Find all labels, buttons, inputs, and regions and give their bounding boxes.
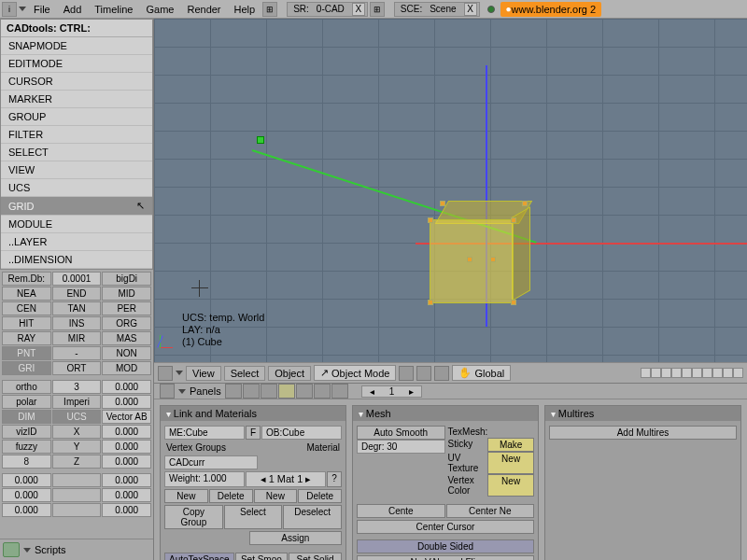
snap-tan[interactable]: TAN (52, 301, 102, 315)
cad-item-filter[interactable]: FILTER (1, 126, 152, 144)
coord-cell[interactable]: Y (52, 440, 102, 454)
close-icon[interactable]: X (464, 3, 477, 16)
object-menu[interactable]: Object (268, 366, 311, 381)
cad-item-layer[interactable]: ..LAYER (1, 233, 152, 251)
menu-add[interactable]: Add (58, 2, 88, 17)
remdb-value[interactable]: 0.0001 (52, 272, 102, 286)
center-new-button[interactable]: Center Ne (446, 504, 535, 518)
snap--[interactable]: - (52, 346, 102, 360)
dropdown-icon[interactable] (19, 7, 26, 11)
object-name-field[interactable]: OB:Cube (261, 426, 342, 440)
cube-object[interactable] (425, 201, 528, 303)
scene-icon[interactable]: ⊞ (370, 2, 385, 17)
coord-cell[interactable]: Vector AB (102, 410, 151, 424)
snap-per[interactable]: PER (102, 301, 151, 315)
double-sided-button[interactable]: Double Sided (357, 539, 534, 553)
coord-cell[interactable]: Z (52, 455, 102, 469)
new-uv-button[interactable]: New (487, 452, 534, 474)
coord-cell[interactable]: 0.000 (102, 380, 151, 394)
mat-delete-button[interactable]: Delete (298, 489, 342, 503)
menu-help[interactable]: Help (229, 2, 261, 17)
coord-cell[interactable]: Imperi (52, 395, 102, 409)
coord-cell[interactable] (52, 473, 102, 487)
view-menu[interactable]: View (186, 366, 221, 381)
mat-new-button[interactable]: New (254, 489, 298, 503)
viewport-type-icon[interactable] (158, 366, 173, 381)
make-sticky-button[interactable]: Make (487, 438, 534, 452)
coord-cell[interactable]: 0.000 (2, 473, 51, 487)
vgroup-field[interactable]: CADcurr (164, 455, 258, 469)
cad-item-dimension[interactable]: ..DIMENSION (1, 251, 152, 269)
snap-non[interactable]: NON (102, 346, 151, 360)
info-icon[interactable]: i (2, 2, 17, 17)
center-cursor-button[interactable]: Center Cursor (357, 520, 534, 534)
cad-item-ucs[interactable]: UCS (1, 179, 152, 197)
context-tabs[interactable] (225, 384, 348, 399)
menu-file[interactable]: File (28, 2, 56, 17)
auto-smooth-button[interactable]: Auto Smooth (357, 426, 445, 440)
close-icon[interactable]: X (352, 3, 365, 16)
screen-selector[interactable]: SR:0-CAD X (287, 2, 368, 17)
snap-ray[interactable]: RAY (2, 331, 51, 345)
autotexspace-button[interactable]: AutoTexSpace (164, 553, 234, 560)
coord-cell[interactable]: 3 (52, 380, 102, 394)
menu-game[interactable]: Game (140, 2, 179, 17)
coord-cell[interactable]: 0.000 (102, 503, 151, 517)
snap-pnt[interactable]: PNT (2, 346, 51, 360)
python-icon[interactable] (3, 542, 20, 557)
snap-mod[interactable]: MOD (102, 361, 151, 375)
pivot-icon[interactable] (416, 366, 431, 381)
coord-cell[interactable]: vizID (2, 425, 51, 439)
snap-nea[interactable]: NEA (2, 287, 51, 301)
shading-icon[interactable] (399, 366, 414, 381)
dropdown-icon[interactable] (23, 548, 31, 553)
cad-item-select[interactable]: SELECT (1, 144, 152, 161)
coord-cell[interactable]: 0.000 (102, 395, 151, 409)
coord-cell[interactable]: X (52, 425, 102, 439)
coord-cell[interactable]: DIM (2, 410, 51, 424)
add-multires-button[interactable]: Add Multires (549, 426, 737, 440)
vgroup-delete-button[interactable]: Delete (209, 489, 253, 503)
coord-cell[interactable]: ortho (2, 380, 51, 394)
mesh-name-field[interactable]: ME:Cube (164, 426, 245, 440)
mat-deselect-button[interactable]: Deselect (283, 505, 342, 529)
coord-cell[interactable]: fuzzy (2, 440, 51, 454)
dropdown-icon[interactable] (178, 389, 186, 394)
cad-item-group[interactable]: GROUP (1, 108, 152, 126)
cad-item-marker[interactable]: MARKER (1, 91, 152, 108)
mode-selector[interactable]: ↗ Object Mode (314, 365, 396, 381)
cad-item-cursor[interactable]: CURSOR (1, 73, 152, 91)
weight-field[interactable]: Weight: 1.000 (164, 471, 245, 487)
coord-cell[interactable]: 0.000 (102, 473, 151, 487)
vgroup-new-button[interactable]: New (164, 489, 208, 503)
3d-viewport[interactable]: UCS: temp. WorldLAY: n/a(1) Cube (154, 19, 747, 362)
degr-field[interactable]: Degr: 30 (357, 440, 445, 454)
snap-cen[interactable]: CEN (2, 301, 51, 315)
screen-icon[interactable]: ⊞ (262, 2, 277, 17)
select-menu[interactable]: Select (224, 366, 266, 381)
buttons-type-icon[interactable] (160, 384, 175, 399)
menu-timeline[interactable]: Timeline (89, 2, 138, 17)
fake-user-button[interactable]: F (246, 426, 261, 440)
copy-group-button[interactable]: Copy Group (164, 505, 223, 529)
cad-item-grid[interactable]: GRID↖ (1, 197, 152, 216)
snap-hit[interactable]: HIT (2, 316, 51, 330)
snap-ins[interactable]: INS (52, 316, 102, 330)
scene-selector[interactable]: SCE:Scene X (394, 2, 480, 17)
coord-cell[interactable]: 0.000 (102, 440, 151, 454)
coord-cell[interactable]: 0.000 (2, 503, 51, 517)
coord-cell[interactable]: 0.000 (102, 425, 151, 439)
manipulator-icon[interactable] (434, 366, 449, 381)
dropdown-icon[interactable] (176, 371, 183, 375)
mat-select-button[interactable]: Select (224, 505, 283, 529)
center-button[interactable]: Cente (357, 504, 445, 518)
snap-org[interactable]: ORG (102, 316, 151, 330)
panel-pager[interactable]: ◂1▸ (361, 385, 423, 398)
snap-gri[interactable]: GRI (2, 361, 51, 375)
scripts-menu[interactable]: Scripts (35, 544, 66, 555)
cad-item-editmode[interactable]: EDITMODE (1, 55, 152, 73)
url-banner[interactable]: ● www.blender.org 2 (500, 2, 602, 17)
layer-buttons[interactable] (641, 368, 743, 378)
coord-cell[interactable] (52, 488, 102, 502)
snap-mas[interactable]: MAS (102, 331, 151, 345)
